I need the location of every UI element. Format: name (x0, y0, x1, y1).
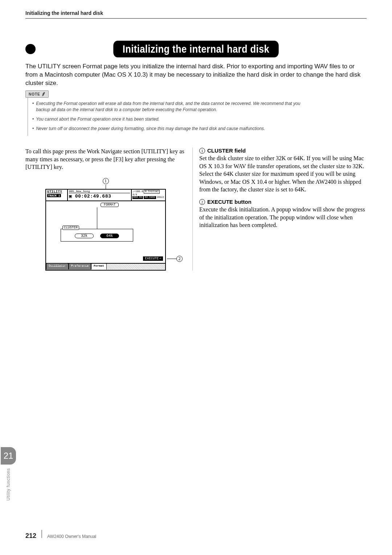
execute-button-title: EXECUTE button (207, 199, 252, 205)
callout-2: 2 (176, 256, 183, 262)
execute-button-description: Execute the disk initialization. A popup… (199, 206, 367, 229)
enter-icon: ⏎ (159, 257, 161, 260)
cluster-32k-option[interactable]: 32k (75, 234, 94, 238)
execute-button[interactable]: EXECUTE ⏎ (143, 256, 163, 261)
format-button[interactable]: FORMAT (101, 203, 119, 207)
section-title-bar: Initializing the internal hard disk (25, 41, 367, 57)
chapter-side-tab: 21 Utility functions (0, 447, 17, 501)
note-item: •You cannot abort the Format operation o… (32, 116, 311, 122)
cluster-field-description: Set the disk cluster size to either 32K … (199, 154, 367, 194)
note-item: •Executing the Format operation will era… (32, 101, 311, 112)
note-text: Executing the Format operation will eras… (36, 101, 311, 112)
screen-song-name: 005_New_Song (69, 190, 130, 193)
leader-line-icon (97, 207, 97, 229)
cluster-field: CLUSTER 32k 64k (61, 229, 133, 242)
cluster-64k-option[interactable]: 64k (100, 234, 119, 238)
screen-meas: 059.01 (132, 196, 143, 199)
note-block: NOTE •Executing the Format operation wil… (25, 90, 367, 136)
cluster-field-title: CLUSTER field (207, 147, 246, 154)
intro-paragraph: The UTILITY screen Format page lets you … (25, 62, 367, 88)
screen-figure: 1 UTILITY TRACK 1 005_New_Song ▣ 00:02:4… (25, 178, 186, 271)
section-title: Initializing the internal hard disk (113, 41, 279, 57)
pencil-icon (42, 92, 45, 97)
leader-line-icon (167, 259, 176, 259)
manual-title: AW2400 Owner's Manual (47, 534, 96, 539)
cluster-field-heading: 1 CLUSTER field (199, 147, 367, 154)
execute-button-label: EXECUTE (145, 257, 159, 260)
note-tag: NOTE (25, 90, 49, 98)
tab-oscillator[interactable]: Oscillator (46, 263, 69, 270)
note-text: You cannot abort the Format operation on… (36, 116, 159, 122)
callout-1: 1 (103, 178, 109, 184)
item-number-2: 2 (199, 199, 205, 205)
execute-button-heading: 2 EXECUTE button (199, 199, 367, 205)
page-number: 212 (25, 532, 36, 540)
breadcrumb: Initializing the internal hard disk (25, 10, 367, 18)
cluster-field-label: CLUSTER (62, 226, 79, 230)
screen-track-label: TRACK 1 (47, 194, 61, 197)
screen-time: ▣ 00:02:49.683 (69, 193, 130, 199)
chapter-number: 21 (1, 447, 16, 465)
title-bullet-icon (25, 44, 36, 54)
chapter-label: Utility functions (6, 468, 11, 501)
screen-bits: 16bit (157, 196, 164, 199)
item-number-1: 1 (199, 148, 205, 154)
screen-utility-label: UTILITY (47, 190, 66, 194)
tab-preference[interactable]: Preference (69, 263, 91, 270)
screen-tabs: Oscillator Preference Format (46, 263, 165, 270)
screen-tempo: ♩=100.0 (132, 190, 143, 193)
page-footer: 212 AW2400 Owner's Manual (25, 530, 96, 540)
screen-rate: 44.1kHz (144, 196, 156, 199)
note-text: Never turn off or disconnect the power d… (36, 126, 265, 131)
utility-screen: UTILITY TRACK 1 005_New_Song ▣ 00:02:49.… (45, 189, 166, 271)
tab-format[interactable]: Format (91, 263, 107, 270)
left-paragraph: To call this page press the Work Navigat… (25, 147, 186, 171)
footer-divider-icon (41, 530, 42, 538)
screen-initial: 0.Initial (144, 190, 160, 194)
note-item: •Never turn off or disconnect the power … (32, 126, 311, 131)
header-rule (25, 18, 367, 19)
note-tag-label: NOTE (29, 92, 40, 96)
